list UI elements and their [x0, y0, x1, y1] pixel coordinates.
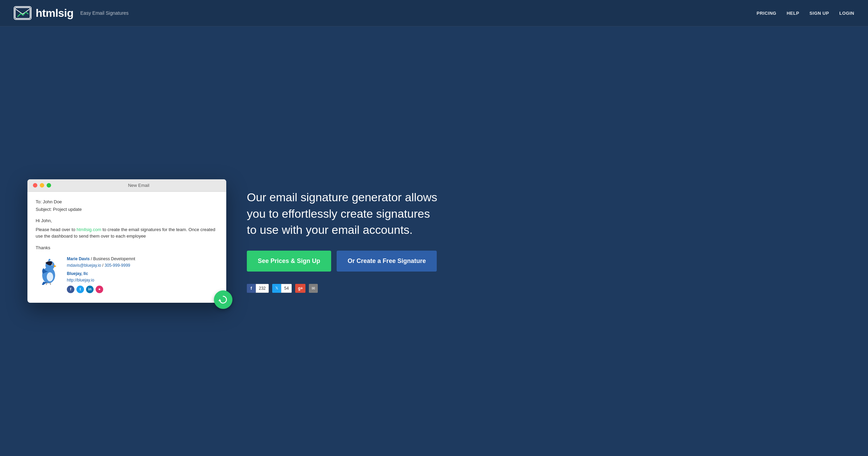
refresh-button[interactable]	[214, 290, 232, 309]
sig-social-icons: f t in ●	[67, 286, 135, 293]
window-buttons	[33, 183, 51, 188]
email-link[interactable]: htmllsig.com	[76, 227, 101, 232]
social-share-bar: f 232 𝕏 54 g+ ✉	[247, 284, 847, 293]
nav-login[interactable]: LOGIN	[839, 11, 854, 16]
email-titlebar: New Email	[27, 179, 226, 192]
see-prices-button[interactable]: See Prices & Sign Up	[247, 251, 331, 272]
email-window: New Email To: John Doe Subject: Project …	[27, 179, 226, 303]
sig-twitter-icon[interactable]: t	[76, 286, 84, 293]
nav-signup[interactable]: SIGN UP	[809, 11, 829, 16]
main-nav: PRICING HELP SIGN UP LOGIN	[757, 11, 854, 16]
sig-email: mdavis@bluejay.io	[67, 263, 101, 268]
email-share[interactable]: ✉	[309, 284, 318, 293]
signature-bird-image	[36, 256, 61, 285]
email-to: To: John Doe	[36, 199, 218, 205]
window-close-btn[interactable]	[33, 183, 37, 188]
twitter-share[interactable]: 𝕏 54	[271, 284, 292, 293]
facebook-count: 232	[256, 284, 269, 293]
email-signature: Marie Davis / Business Developemnt mdavi…	[36, 256, 218, 293]
window-maximize-btn[interactable]	[47, 183, 51, 188]
email-body: To: John Doe Subject: Project update Hi …	[27, 192, 226, 303]
right-panel: Our email signature generator allows you…	[247, 189, 847, 293]
email-window-title: New Email	[57, 183, 221, 188]
svg-point-5	[52, 264, 53, 265]
logo-tagline: Easy Email Signatures	[80, 10, 129, 16]
sig-name-line: Marie Davis / Business Developemnt	[67, 256, 135, 262]
email-thanks: Thanks	[36, 244, 218, 251]
sig-linkedin-icon[interactable]: in	[86, 286, 94, 293]
logo-icon	[14, 6, 32, 20]
email-text: Hi John, Please head over to htmllsig.co…	[36, 217, 218, 240]
email-body-text: Please head over to htmllsig.com to crea…	[36, 226, 218, 240]
signature-info: Marie Davis / Business Developemnt mdavi…	[67, 256, 135, 293]
sig-role: Business Developemnt	[93, 256, 135, 261]
email-meta: To: John Doe Subject: Project update	[36, 199, 218, 213]
cta-buttons: See Prices & Sign Up Or Create a Free Si…	[247, 251, 847, 272]
email-mock-wrapper: New Email To: John Doe Subject: Project …	[27, 179, 226, 303]
logo-area: htmlsig Easy Email Signatures	[14, 6, 757, 20]
body-text-before-link: Please head over to	[36, 227, 76, 232]
email-greeting: Hi John,	[36, 217, 218, 224]
twitter-count: 54	[281, 284, 292, 293]
nav-help[interactable]: HELP	[787, 11, 799, 16]
sig-company: Bluejay, llc	[67, 271, 135, 277]
sig-contact-line: mdavis@bluejay.io / 305-999-9999	[67, 262, 135, 269]
googleplus-share[interactable]: g+	[295, 284, 305, 293]
svg-marker-9	[218, 299, 221, 301]
email-subject: Subject: Project update	[36, 206, 218, 213]
sig-instagram-icon[interactable]: ●	[96, 286, 103, 293]
sig-slash: /	[91, 256, 93, 261]
facebook-share[interactable]: f 232	[247, 284, 269, 293]
facebook-icon: f	[247, 284, 256, 293]
site-logo-text: htmlsig	[36, 7, 73, 20]
sig-facebook-icon[interactable]: f	[67, 286, 74, 293]
sig-name: Marie Davis	[67, 256, 90, 261]
svg-marker-3	[54, 265, 57, 268]
sig-phone: 305-999-9999	[105, 263, 130, 268]
create-free-signature-button[interactable]: Or Create a Free Signature	[337, 251, 437, 272]
svg-point-6	[47, 272, 53, 281]
twitter-icon: 𝕏	[272, 284, 281, 293]
hero-text: Our email signature generator allows you…	[247, 189, 439, 238]
window-minimize-btn[interactable]	[40, 183, 44, 188]
nav-pricing[interactable]: PRICING	[757, 11, 776, 16]
sig-website: http://bluejay.io	[67, 277, 135, 284]
svg-rect-0	[15, 8, 30, 19]
